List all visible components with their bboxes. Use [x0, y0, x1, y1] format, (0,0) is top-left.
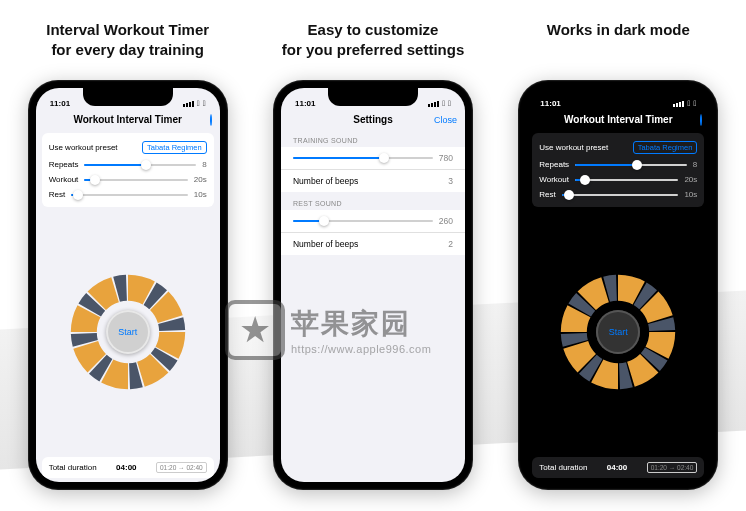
caption-1: Interval Workout Timerfor every day trai…: [46, 20, 209, 62]
signal-icon: [428, 101, 439, 107]
training-beeps-value: 3: [448, 176, 453, 186]
rest-sound-value: 260: [439, 216, 453, 226]
training-sound-value: 780: [439, 153, 453, 163]
rest-beeps-value: 2: [448, 239, 453, 249]
caption-3: Works in dark mode: [547, 20, 690, 62]
rest-slider[interactable]: [71, 194, 188, 196]
total-duration-value: 04:00: [116, 463, 136, 472]
repeats-slider[interactable]: [84, 164, 196, 166]
phone-frame-light: 11:01 􀙇 􀛨 Workout Interval Timer Use wor…: [28, 80, 228, 490]
status-time: 11:01: [540, 99, 560, 108]
workout-value: 20s: [194, 175, 207, 184]
rest-slider[interactable]: [562, 194, 679, 196]
rest-value: 10s: [194, 190, 207, 199]
gear-icon: [700, 114, 702, 126]
nav-bar: Settings Close: [281, 110, 465, 129]
training-beeps-row[interactable]: Number of beeps 3: [281, 170, 465, 192]
duration-range: 01:20 → 02:40: [647, 462, 698, 473]
wifi-icon: 􀙇: [687, 99, 690, 108]
battery-icon: 􀛨: [693, 99, 696, 108]
total-duration-label: Total duration: [539, 463, 587, 472]
repeats-label: Repeats: [539, 160, 569, 169]
panel-light-timer: Interval Workout Timerfor every day trai…: [10, 20, 245, 490]
preset-button[interactable]: Tabata Regimen: [633, 141, 698, 154]
battery-icon: 􀛨: [448, 99, 451, 108]
page-title: Workout Interval Timer: [73, 114, 182, 125]
rest-label: Rest: [49, 190, 65, 199]
star-icon: ★: [239, 309, 271, 351]
workout-slider[interactable]: [575, 179, 678, 181]
training-sound-slider[interactable]: [293, 157, 433, 159]
repeats-label: Repeats: [49, 160, 79, 169]
phone-frame-settings: 11:01 􀙇 􀛨 Settings Close TRAINING SOUND: [273, 80, 473, 490]
nav-bar: Workout Interval Timer: [36, 110, 220, 129]
status-time: 11:01: [50, 99, 70, 108]
repeats-slider[interactable]: [575, 164, 687, 166]
rest-value: 10s: [684, 190, 697, 199]
wifi-icon: 􀙇: [197, 99, 200, 108]
watermark: ★ 苹果家园 https://www.apple996.com: [225, 300, 431, 360]
wifi-icon: 􀙇: [442, 99, 445, 108]
rest-sound-header: REST SOUND: [281, 192, 465, 210]
signal-icon: [183, 101, 194, 107]
phone-frame-dark: 11:01 􀙇 􀛨 Workout Interval Timer Use wor…: [518, 80, 718, 490]
rest-label: Rest: [539, 190, 555, 199]
panel-dark-timer: Works in dark mode 11:01 􀙇 􀛨 Workout Int…: [501, 20, 736, 490]
workout-label: Workout: [49, 175, 79, 184]
repeats-value: 8: [202, 160, 206, 169]
panel-settings: Easy to customizefor you preferred setti…: [255, 20, 490, 490]
training-sound-header: TRAINING SOUND: [281, 129, 465, 147]
workout-label: Workout: [539, 175, 569, 184]
workout-value: 20s: [684, 175, 697, 184]
caption-2: Easy to customizefor you preferred setti…: [282, 20, 465, 62]
close-button[interactable]: Close: [434, 115, 457, 125]
watermark-text-cn: 苹果家园: [291, 305, 431, 343]
page-title: Settings: [353, 114, 392, 125]
rest-sound-slider[interactable]: [293, 220, 433, 222]
start-button[interactable]: Start: [596, 310, 640, 354]
start-button[interactable]: Start: [106, 310, 150, 354]
total-duration-value: 04:00: [607, 463, 627, 472]
status-time: 11:01: [295, 99, 315, 108]
page-title: Workout Interval Timer: [564, 114, 673, 125]
settings-button[interactable]: [210, 115, 212, 125]
battery-icon: 􀛨: [203, 99, 206, 108]
gear-icon: [210, 114, 212, 126]
rest-beeps-row[interactable]: Number of beeps 2: [281, 233, 465, 255]
preset-label: Use workout preset: [539, 143, 608, 152]
total-duration-label: Total duration: [49, 463, 97, 472]
preset-label: Use workout preset: [49, 143, 118, 152]
training-beeps-label: Number of beeps: [293, 176, 358, 186]
nav-bar: Workout Interval Timer: [526, 110, 710, 129]
preset-button[interactable]: Tabata Regimen: [142, 141, 207, 154]
watermark-logo: ★: [225, 300, 285, 360]
watermark-url: https://www.apple996.com: [291, 343, 431, 355]
timer-wheel: Start: [526, 211, 710, 453]
repeats-value: 8: [693, 160, 697, 169]
workout-slider[interactable]: [84, 179, 187, 181]
signal-icon: [673, 101, 684, 107]
timer-wheel: Start: [36, 211, 220, 453]
duration-range: 01:20 → 02:40: [156, 462, 207, 473]
rest-beeps-label: Number of beeps: [293, 239, 358, 249]
settings-button[interactable]: [700, 115, 702, 125]
